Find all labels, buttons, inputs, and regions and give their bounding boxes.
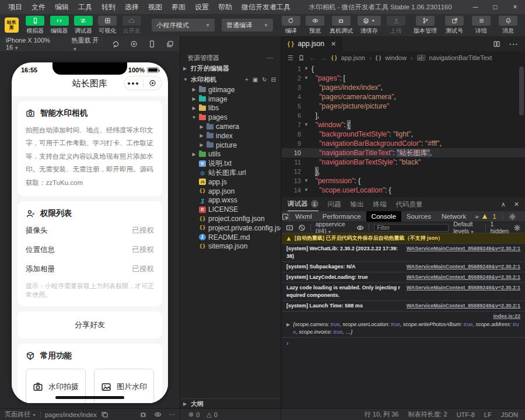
tree-item[interactable]: ▶utils	[180, 150, 281, 159]
devtools-tab-console[interactable]: Console	[366, 211, 401, 222]
multi-window-icon[interactable]	[166, 40, 174, 48]
error-icon[interactable]: ⊗	[188, 411, 194, 418]
close-miniprogram-button[interactable]	[144, 79, 162, 87]
cursor-position[interactable]: 行 10, 列 36	[365, 410, 399, 419]
project-root-section[interactable]: ▼ 水印相机 + ▣ ↻ ⊟	[180, 74, 281, 85]
mode-dropdown[interactable]: 小程序模式▼	[152, 19, 215, 32]
more-menu-button[interactable]: ●●●	[124, 80, 143, 86]
explorer-more-button[interactable]: ⋯	[267, 54, 274, 62]
tree-item[interactable]: {}project.config.json	[180, 214, 281, 223]
warning-icon[interactable]: △	[206, 411, 211, 418]
tab-terminal[interactable]: 终端	[373, 197, 387, 211]
tab-debugger[interactable]: 调试器 1	[288, 197, 318, 211]
eol-type[interactable]: LF	[484, 411, 492, 418]
preview-button[interactable]: 预览	[303, 16, 327, 35]
code-area[interactable]: 1▼{2▼ "pages": [3 "pages/index/index",4 …	[282, 64, 525, 197]
console-drawer-icon[interactable]	[286, 224, 293, 232]
record-icon[interactable]	[130, 40, 138, 48]
app-logo[interactable]: 站长库	[5, 18, 19, 33]
tree-item[interactable]: {}project.private.config.json	[180, 223, 281, 233]
menu-goto[interactable]: 转到	[97, 2, 120, 12]
filter-input[interactable]	[374, 224, 449, 232]
editor-scrollbar[interactable]	[519, 66, 524, 116]
bookmark-icon[interactable]	[298, 54, 305, 62]
version-control-button[interactable]: 版本管理	[410, 16, 441, 35]
clear-console-icon[interactable]	[298, 224, 306, 232]
minimize-button[interactable]: ─	[466, 0, 485, 14]
log-source-link[interactable]: WAServiceMainContext_85689249&v=2.30.2:1	[407, 263, 520, 271]
menu-select[interactable]: 选择	[120, 2, 144, 12]
compile-button[interactable]: 编译	[279, 16, 303, 35]
tree-item[interactable]: {}sitemap.json	[180, 242, 281, 251]
device-selector[interactable]: iPhone X 100% 16▼	[6, 37, 63, 51]
fold-icon[interactable]: ▼	[304, 64, 312, 74]
debugger-toggle[interactable]: 调试器	[71, 16, 95, 35]
new-file-icon[interactable]: +	[245, 76, 249, 83]
inspect-icon[interactable]	[282, 213, 289, 220]
tree-item[interactable]: ▶picture	[180, 141, 281, 150]
editor-toggle[interactable]: 编辑器	[47, 16, 71, 35]
tree-item[interactable]: ◎站长图库.url	[180, 168, 281, 177]
tree-item[interactable]: ≡说明.txt	[180, 159, 281, 168]
forward-icon[interactable]: →	[320, 54, 327, 62]
tree-item[interactable]: ▶image	[180, 94, 281, 104]
back-icon[interactable]: ←	[309, 54, 316, 62]
menu-view[interactable]: 视图	[144, 2, 167, 12]
fold-icon[interactable]: ▼	[304, 176, 312, 186]
breadcrumb-property[interactable]: navigationBarTitleText	[429, 54, 492, 61]
device-frame-icon[interactable]	[148, 40, 156, 48]
settings-icon[interactable]	[509, 213, 516, 220]
breadcrumb-object[interactable]: window	[385, 54, 407, 61]
details-button[interactable]: 详情	[468, 16, 495, 35]
log-levels-dropdown[interactable]: Default levels▼	[453, 220, 481, 235]
tree-item[interactable]: JSapp.js	[180, 177, 281, 187]
log-source-link[interactable]: index.js:22	[493, 313, 520, 319]
tree-item[interactable]: ▶camera	[180, 122, 281, 131]
menu-help[interactable]: 帮助	[214, 2, 237, 12]
menu-interface[interactable]: 界面	[167, 2, 190, 12]
fold-icon[interactable]: ▼	[304, 186, 312, 195]
tab-output[interactable]: 输出	[351, 197, 364, 211]
tree-item[interactable]: ʒapp.wxss	[180, 196, 281, 205]
console-settings-icon[interactable]	[513, 224, 521, 232]
hot-reload-toggle[interactable]: 热重载 开▼	[71, 36, 104, 52]
log-source-link[interactable]: WAServiceMainContext_85689249&v=2.30.2:1	[407, 302, 520, 310]
tree-item[interactable]: ▼pages	[180, 113, 281, 122]
devtools-tab-wxml[interactable]: Wxml	[290, 211, 317, 222]
kebab-menu-icon[interactable]	[522, 213, 525, 220]
menu-project[interactable]: 项目	[4, 2, 27, 12]
messages-button[interactable]: 消息	[495, 16, 522, 35]
new-folder-icon[interactable]: ▣	[253, 76, 258, 83]
page-path-dropdown[interactable]: 页面路径 ▼	[5, 410, 36, 419]
close-button[interactable]: ×	[505, 0, 525, 14]
editor-more-button[interactable]: ⋯	[509, 38, 518, 50]
menu-file[interactable]: 文件	[27, 2, 50, 12]
compile-mode-dropdown[interactable]: 普通编译▼	[222, 19, 273, 32]
language-mode[interactable]: JSON	[501, 411, 518, 418]
remote-debug-button[interactable]: 真机调试	[327, 16, 356, 35]
collapse-all-icon[interactable]: ⊟	[271, 76, 276, 83]
breadcrumb-file[interactable]: app.json	[341, 54, 365, 61]
menu-tools[interactable]: 工具	[74, 2, 97, 12]
rotate-icon[interactable]	[112, 40, 120, 48]
log-source-link[interactable]: WAServiceMainContext_85689249&v=2.30.2:1	[407, 284, 520, 299]
close-tab-icon[interactable]: ✕	[331, 40, 336, 48]
devtools-tab-sources[interactable]: Sources	[401, 211, 436, 222]
refresh-icon[interactable]: ↻	[262, 76, 267, 83]
test-account-button[interactable]: 测试号	[441, 16, 468, 35]
fold-icon[interactable]: ▼	[304, 74, 312, 83]
maximize-button[interactable]: □	[485, 0, 505, 14]
console-prompt[interactable]: ›	[286, 340, 289, 346]
more-icon[interactable]: ⋯	[169, 411, 175, 418]
close-panel-icon[interactable]: ✕	[514, 201, 519, 208]
eye-icon[interactable]	[154, 411, 162, 418]
tab-code-quality[interactable]: 代码质量	[396, 197, 423, 211]
tab-app-json[interactable]: { } app.json ✕	[282, 36, 342, 51]
tree-item[interactable]: {}app.json	[180, 187, 281, 196]
simulator-toggle[interactable]: 模拟器	[23, 16, 47, 35]
visualization-toggle[interactable]: 可视化	[96, 16, 120, 35]
encoding[interactable]: UTF-8	[457, 411, 475, 418]
collapse-panel-icon[interactable]: ∧	[501, 201, 506, 208]
tree-item[interactable]: ▶libs	[180, 104, 281, 113]
log-source-link[interactable]: WAServiceMainContext_85689249&v=2.30.2:1	[407, 274, 520, 281]
